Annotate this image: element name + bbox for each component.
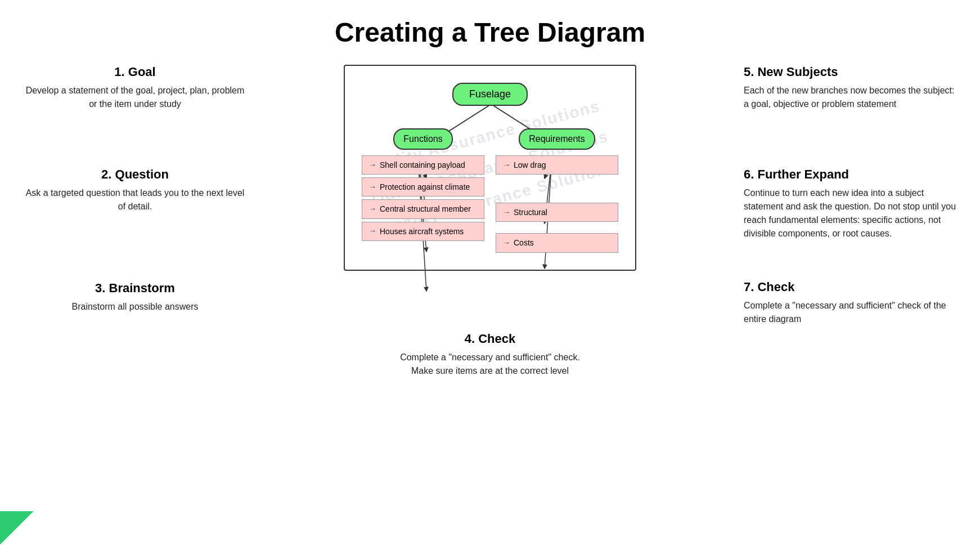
section-check-bottom-title: 4. Check: [465, 332, 516, 346]
leaf-functions-1: → Protection against climate: [362, 177, 484, 196]
section-new-subjects: 5. New Subjects Each of the new branches…: [744, 65, 957, 111]
section-question: 2. Question Ask a targeted question that…: [23, 167, 248, 213]
section-question-title: 2. Question: [23, 167, 248, 182]
node-requirements: Requirements: [519, 128, 595, 150]
section-goal-title: 1. Goal: [23, 65, 248, 79]
section-brainstorm-title: 3. Brainstorm: [23, 281, 248, 296]
page: Creating a Tree Diagram 1. Goal Develop …: [0, 0, 980, 545]
leaf-functions-0: → Shell containing payload: [362, 155, 484, 175]
right-column: 5. New Subjects Each of the new branches…: [721, 65, 957, 326]
section-brainstorm: 3. Brainstorm Brainstorm all possible an…: [23, 281, 248, 314]
node-fuselage: Fuselage: [452, 83, 528, 106]
center-column: Quality Assurance Solutions Quality Assu…: [259, 65, 721, 271]
leaf-requirements-2: → Costs: [496, 233, 618, 252]
corner-decoration: [0, 511, 34, 545]
section-goal: 1. Goal Develop a statement of the goal,…: [23, 65, 248, 111]
section-goal-text: Develop a statement of the goal, project…: [23, 84, 248, 111]
section-further-expand-text: Continue to turn each new idea into a su…: [744, 186, 957, 240]
leaf-requirements-1: → Structural: [496, 203, 618, 222]
leaf-functions-2: → Central structural member: [362, 199, 484, 218]
section-check-right-title: 7. Check: [744, 280, 957, 294]
section-question-text: Ask a targeted question that leads you t…: [23, 186, 248, 213]
main-layout: 1. Goal Develop a statement of the goal,…: [23, 65, 957, 378]
section-check-right: 7. Check Complete a "necessary and suffi…: [744, 280, 957, 326]
section-further-expand-title: 6. Further Expand: [744, 167, 957, 182]
left-column: 1. Goal Develop a statement of the goal,…: [23, 65, 259, 314]
section-new-subjects-title: 5. New Subjects: [744, 65, 957, 79]
page-title: Creating a Tree Diagram: [23, 17, 957, 48]
section-further-expand: 6. Further Expand Continue to turn each …: [744, 167, 957, 240]
section-check-bottom-text2: Make sure items are at the correct level: [411, 364, 569, 378]
section-check-bottom-text1: Complete a "necessary and sufficient" ch…: [400, 351, 580, 364]
diagram-wrapper: Quality Assurance Solutions Quality Assu…: [344, 65, 636, 271]
leaf-requirements-0: → Low drag: [496, 155, 618, 175]
section-brainstorm-text: Brainstorm all possible answers: [23, 300, 248, 314]
leaf-functions-3: → Houses aircraft systems: [362, 222, 484, 241]
section-new-subjects-text: Each of the new branches now becomes the…: [744, 84, 957, 111]
section-check-bottom: 4. Check Complete a "necessary and suffi…: [23, 332, 957, 378]
node-functions: Functions: [393, 128, 452, 150]
section-check-right-text: Complete a "necessary and sufficient" ch…: [744, 299, 957, 326]
